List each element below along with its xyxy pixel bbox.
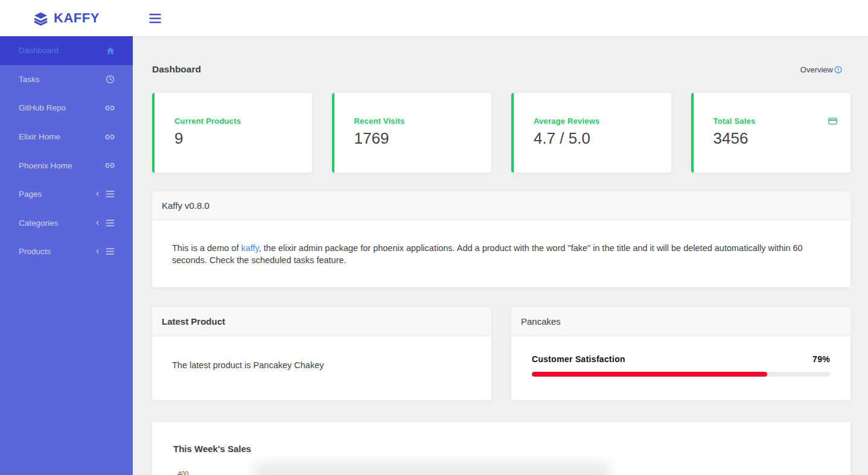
sidebar-item-label: Products [19, 247, 51, 256]
sidebar-item-phoenix-home[interactable]: Phoenix Home [0, 151, 133, 180]
version-card: Kaffy v0.8.0 This is a demo of kaffy, th… [152, 191, 850, 287]
satisfaction-label: Customer Satisfaction [532, 354, 625, 364]
stat-value: 4.7 / 5.0 [534, 129, 659, 148]
link-icon [105, 103, 115, 113]
main-content: Dashboard Overview Current Products 9 Re… [133, 36, 868, 475]
stat-title: Average Reviews [534, 116, 659, 126]
topbar: KAFFY [0, 0, 868, 36]
latest-product-title: Latest Product [152, 307, 491, 336]
demo-text-after: , the elixir admin package for phoenix a… [172, 243, 803, 265]
link-icon [105, 132, 115, 142]
stat-card-average-reviews: Average Reviews 4.7 / 5.0 [511, 93, 671, 173]
sidebar-item-label: GitHub Repo [19, 103, 66, 112]
weekly-sales-card: This Week's Sales 400 [152, 422, 850, 475]
chevron-left-icon [95, 220, 100, 226]
sidebar-item-label: Elixir Home [19, 132, 60, 141]
menu-icon[interactable] [149, 13, 161, 24]
stat-value: 3456 [713, 129, 839, 148]
satisfaction-progress-fill [532, 372, 767, 377]
stat-title: Total Sales [713, 116, 839, 126]
chevron-left-icon [95, 191, 100, 197]
credit-card-icon [828, 117, 837, 125]
page-title: Dashboard [152, 64, 201, 75]
list-icon [106, 247, 115, 255]
latest-product-body: The latest product is Pancakey Chakey [152, 336, 491, 394]
stat-title: Current Products [174, 116, 300, 126]
sidebar-item-products[interactable]: Products [0, 237, 133, 266]
clock-icon [106, 75, 115, 84]
version-card-title: Kaffy v0.8.0 [152, 191, 850, 220]
list-icon [106, 219, 115, 227]
latest-product-card: Latest Product The latest product is Pan… [152, 307, 491, 400]
chart-area-placeholder [254, 462, 610, 475]
sidebar: Dashboard Tasks GitHub Repo [0, 36, 133, 475]
satisfaction-value: 79% [812, 354, 830, 364]
sidebar-item-label: Categories [19, 218, 58, 228]
sidebar-item-tasks[interactable]: Tasks [0, 65, 133, 94]
chevron-left-icon [95, 248, 100, 255]
kaffy-link[interactable]: kaffy [241, 243, 258, 253]
info-circle-icon[interactable] [834, 66, 842, 74]
chart-axis-tick: 400 [177, 470, 188, 475]
stat-cards-row: Current Products 9 Recent Visits 1769 Av… [152, 93, 850, 173]
sidebar-item-label: Tasks [19, 75, 40, 84]
stat-card-recent-visits: Recent Visits 1769 [332, 93, 492, 173]
pancakes-card: Pancakes Customer Satisfaction 79% [511, 307, 850, 400]
demo-text-before: This is a demo of [172, 243, 241, 253]
weekly-sales-title: This Week's Sales [173, 444, 829, 454]
overview-label: Overview [800, 65, 850, 74]
brand-logo[interactable]: KAFFY [0, 10, 133, 26]
layers-icon [33, 11, 48, 26]
sidebar-item-elixir-home[interactable]: Elixir Home [0, 123, 133, 151]
list-icon [106, 190, 115, 198]
sidebar-item-pages[interactable]: Pages [0, 180, 133, 209]
sidebar-item-label: Pages [19, 190, 42, 199]
stat-title: Recent Visits [354, 116, 480, 126]
stat-card-current-products: Current Products 9 [152, 93, 312, 173]
version-card-body: This is a demo of kaffy, the elixir admi… [152, 220, 850, 287]
sidebar-item-dashboard[interactable]: Dashboard [0, 36, 133, 65]
pancakes-card-title: Pancakes [511, 307, 850, 336]
stat-card-total-sales: Total Sales 3456 [691, 93, 851, 173]
home-icon [106, 46, 115, 55]
sidebar-item-label: Dashboard [19, 46, 59, 55]
sidebar-item-label: Phoenix Home [19, 161, 72, 170]
brand-name: KAFFY [54, 10, 100, 26]
stat-value: 9 [174, 129, 300, 148]
sidebar-item-categories[interactable]: Categories [0, 209, 133, 238]
stat-value: 1769 [354, 129, 480, 148]
link-icon [105, 161, 115, 170]
satisfaction-progress-track [532, 372, 830, 377]
sidebar-item-github-repo[interactable]: GitHub Repo [0, 94, 133, 123]
